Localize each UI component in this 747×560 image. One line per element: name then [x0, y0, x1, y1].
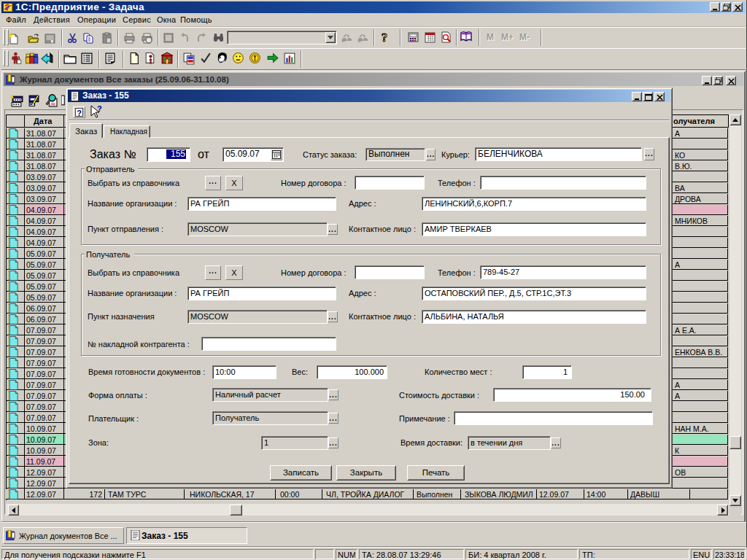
svg-text:?: ? — [382, 31, 388, 44]
svg-text:?: ? — [97, 105, 102, 113]
